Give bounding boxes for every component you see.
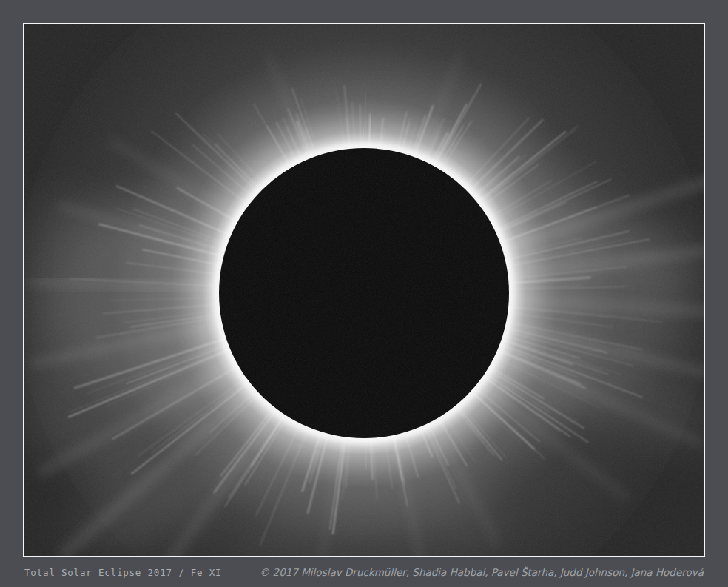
caption-credits: © 2017 Miloslav Druckmüller, Shadia Habb…	[260, 566, 704, 578]
film-grain-overlay	[24, 24, 704, 556]
eclipse-photo-frame	[23, 23, 705, 557]
page-background: { "photo": { "alt": "Total solar eclipse…	[0, 0, 728, 587]
caption-title: Total Solar Eclipse 2017 / Fe XI	[24, 567, 221, 578]
eclipse-corona-image	[24, 24, 704, 556]
caption-bar: Total Solar Eclipse 2017 / Fe XI © 2017 …	[0, 557, 728, 587]
